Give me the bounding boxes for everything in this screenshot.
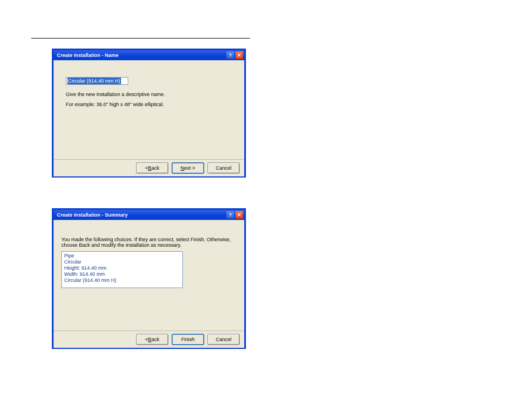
instruction-text-1: Give the new installation a descriptive …	[66, 92, 165, 97]
titlebar: Create Installation - Summary ? ✕	[54, 210, 244, 220]
titlebar: Create Installation - Name ? ✕	[54, 50, 244, 60]
instruction-text-2: For example: 36.0" high x 48" wide ellip…	[66, 102, 164, 107]
summary-line: Circular	[64, 259, 180, 265]
finish-button[interactable]: Finish	[172, 334, 204, 345]
divider-line	[31, 38, 250, 39]
summary-line: Width: 914.40 mm	[64, 271, 180, 277]
window-title: Create Installation - Summary	[57, 212, 225, 218]
wizard-footer: < Back Finish Cancel	[54, 330, 244, 348]
summary-line: Pipe	[64, 253, 180, 259]
summary-intro-2: choose Back and modify the installation …	[61, 242, 181, 248]
back-button[interactable]: < Back	[136, 162, 168, 174]
cancel-button[interactable]: Cancel	[207, 334, 240, 345]
next-button[interactable]: Next >	[172, 162, 204, 174]
dialog-create-installation-summary: Create Installation - Summary ? ✕ You ma…	[52, 209, 245, 348]
summary-box: Pipe Circular Height: 914.40 mm Width: 9…	[61, 251, 183, 288]
wizard-footer: < Back Next > Cancel	[54, 159, 244, 176]
summary-line: Circular (914.40 mm H)	[64, 277, 180, 284]
installation-name-input[interactable]: Circular (914.40 mm H)	[66, 77, 128, 85]
help-icon[interactable]: ?	[226, 51, 234, 59]
window-title: Create Installation - Name	[57, 52, 225, 58]
dialog-create-installation-name: Create Installation - Name ? ✕ Circular …	[52, 49, 245, 177]
help-icon[interactable]: ?	[226, 211, 234, 219]
summary-intro-1: You made the following choices. If they …	[61, 237, 231, 242]
back-button[interactable]: < Back	[136, 334, 168, 345]
summary-line: Height: 914.40 mm	[64, 265, 180, 271]
close-icon[interactable]: ✕	[235, 211, 243, 219]
input-selected-text: Circular (914.40 mm H)	[67, 78, 121, 84]
close-icon[interactable]: ✕	[235, 51, 243, 59]
cancel-button[interactable]: Cancel	[207, 162, 240, 174]
